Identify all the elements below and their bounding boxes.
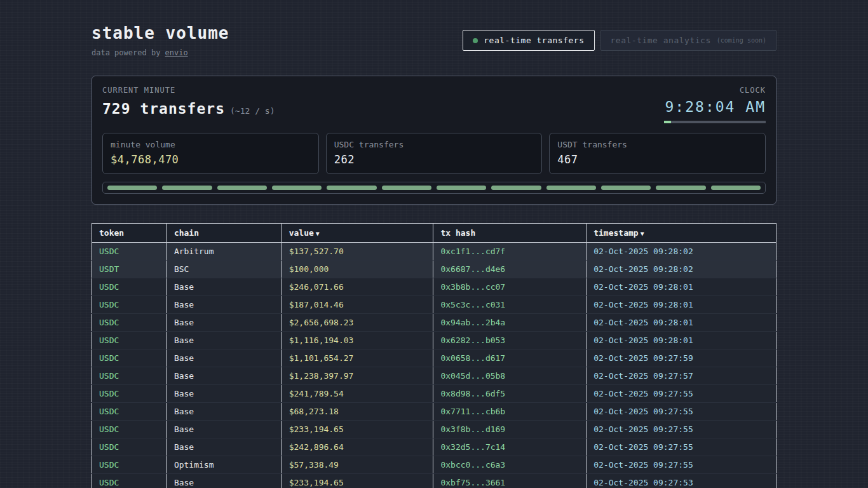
table-row: USDCBase$68,273.180x7711...cb6b02-Oct-20…: [92, 403, 776, 421]
value-cell: $1,238,397.97: [281, 367, 433, 385]
activity-segment-bar: [102, 182, 766, 194]
token-cell: USDC: [92, 421, 167, 438]
timestamp-cell: 02-Oct-2025 09:27:55: [587, 456, 776, 474]
activity-segment: [546, 186, 596, 190]
coming-soon-note: (coming soon): [717, 37, 766, 44]
hash-cell[interactable]: 0x6687...d4e6: [433, 261, 587, 278]
hash-cell[interactable]: 0x6282...b053: [433, 332, 587, 349]
token-cell: USDC: [92, 385, 167, 403]
token-cell: USDC: [92, 456, 167, 474]
timestamp-cell: 02-Oct-2025 09:27:53: [587, 474, 776, 488]
activity-segment: [711, 186, 761, 190]
table-row: USDCBase$233,194.650x3f8b...d16902-Oct-2…: [92, 421, 776, 438]
clock-time: 9:28:04 AM: [664, 98, 766, 115]
value-cell: $1,101,654.27: [281, 349, 433, 367]
powered-by-line: data powered by envio: [92, 48, 229, 57]
chain-cell: Base: [166, 385, 281, 403]
hash-cell[interactable]: 0x8d98...6df5: [433, 385, 587, 403]
minute-progress-bar: [664, 121, 766, 123]
timestamp-cell: 02-Oct-2025 09:27:55: [587, 421, 776, 438]
hash-cell[interactable]: 0x94ab...2b4a: [433, 314, 587, 332]
activity-segment: [107, 186, 157, 190]
token-cell: USDC: [92, 438, 167, 456]
table-row: USDCArbitrum$137,527.700xc1f1...cd7f02-O…: [92, 243, 776, 261]
chain-cell: Base: [166, 367, 281, 385]
stat-minute-volume: minute volume $4,768,470: [102, 133, 319, 174]
live-dot-icon: [473, 38, 478, 43]
transfers-summary: CURRENT MINUTE 729 transfers (~12 / s): [102, 86, 275, 117]
stat-value: 467: [557, 153, 757, 166]
timestamp-cell: 02-Oct-2025 09:28:01: [587, 296, 776, 314]
stat-label: USDC transfers: [334, 140, 534, 149]
table-row: USDCBase$246,071.660x3b8b...cc0702-Oct-2…: [92, 278, 776, 296]
table-row: USDCBase$1,101,654.270x0658...d61702-Oct…: [92, 349, 776, 367]
token-cell: USDC: [92, 367, 167, 385]
tab-label: real-time transfers: [484, 36, 584, 45]
activity-segment: [382, 186, 431, 190]
stat-usdc-transfers: USDC transfers 262: [326, 133, 543, 174]
envio-link[interactable]: envio: [165, 48, 188, 57]
chain-cell: Base: [166, 278, 281, 296]
token-cell: USDC: [92, 349, 167, 367]
hash-cell[interactable]: 0xc1f1...cd7f: [433, 243, 587, 261]
table-row: USDCBase$233,194.650xbf75...366102-Oct-2…: [92, 474, 776, 488]
chain-cell: Base: [166, 349, 281, 367]
hash-cell[interactable]: 0x7711...cb6b: [433, 403, 587, 421]
timestamp-cell: 02-Oct-2025 09:27:55: [587, 403, 776, 421]
chain-cell: Optimism: [166, 456, 281, 474]
activity-segment: [327, 186, 376, 190]
token-cell: USDC: [92, 278, 167, 296]
value-cell: $246,071.66: [281, 278, 433, 296]
token-cell: USDC: [92, 474, 167, 488]
hash-cell[interactable]: 0x045d...05b8: [433, 367, 587, 385]
activity-segment: [656, 186, 705, 190]
current-minute-label: CURRENT MINUTE: [102, 86, 275, 95]
timestamp-cell: 02-Oct-2025 09:27:59: [587, 349, 776, 367]
activity-segment: [601, 186, 651, 190]
column-header-chain: chain: [166, 224, 281, 243]
value-cell: $1,116,194.03: [281, 332, 433, 349]
timestamp-cell: 02-Oct-2025 09:28:01: [587, 332, 776, 349]
chain-cell: Arbitrum: [166, 243, 281, 261]
hash-cell[interactable]: 0x0658...d617: [433, 349, 587, 367]
tab-real-time-transfers[interactable]: real-time transfers: [463, 30, 594, 51]
clock-label: CLOCK: [664, 86, 766, 95]
timestamp-cell: 02-Oct-2025 09:28:02: [587, 243, 776, 261]
hash-cell[interactable]: 0x5c3c...c031: [433, 296, 587, 314]
stat-usdt-transfers: USDT transfers 467: [549, 133, 766, 174]
transfers-table: tokenchainvalue▼tx hashtimestamp▼ USDCAr…: [92, 223, 776, 488]
transfers-count: 729 transfers: [102, 100, 225, 117]
stat-value: 262: [334, 153, 534, 166]
chain-cell: Base: [166, 438, 281, 456]
hash-cell[interactable]: 0x3b8b...cc07: [433, 278, 587, 296]
table-row: USDCBase$1,238,397.970x045d...05b802-Oct…: [92, 367, 776, 385]
stat-label: minute volume: [111, 140, 311, 149]
hash-cell[interactable]: 0xbf75...3661: [433, 474, 587, 488]
stat-value: $4,768,470: [111, 153, 311, 166]
column-header-timestamp[interactable]: timestamp▼: [587, 224, 776, 243]
hash-cell[interactable]: 0x3f8b...d169: [433, 421, 587, 438]
token-cell: USDC: [92, 403, 167, 421]
timestamp-cell: 02-Oct-2025 09:27:57: [587, 367, 776, 385]
table-row: USDCOptimism$57,338.490xbcc0...c6a302-Oc…: [92, 456, 776, 474]
value-cell: $68,273.18: [281, 403, 433, 421]
powered-by-text: data powered by: [92, 48, 160, 57]
minute-progress-fill: [664, 121, 671, 123]
token-cell: USDC: [92, 332, 167, 349]
hash-cell[interactable]: 0x32d5...7c14: [433, 438, 587, 456]
chain-cell: Base: [166, 474, 281, 488]
site-branding: stable volume data powered by envio: [92, 24, 229, 57]
stat-row: minute volume $4,768,470 USDC transfers …: [102, 133, 766, 174]
timestamp-cell: 02-Oct-2025 09:28:01: [587, 314, 776, 332]
timestamp-cell: 02-Oct-2025 09:28:01: [587, 278, 776, 296]
token-cell: USDC: [92, 314, 167, 332]
token-cell: USDC: [92, 243, 167, 261]
column-header-token: token: [92, 224, 167, 243]
column-header-value[interactable]: value▼: [281, 224, 433, 243]
value-cell: $100,000: [281, 261, 433, 278]
activity-segment: [162, 186, 212, 190]
table-row: USDCBase$187,014.460x5c3c...c03102-Oct-2…: [92, 296, 776, 314]
transfers-rate: (~12 / s): [230, 106, 275, 116]
hash-cell[interactable]: 0xbcc0...c6a3: [433, 456, 587, 474]
tab-real-time-analytics: real-time analytics (coming soon): [600, 30, 777, 51]
